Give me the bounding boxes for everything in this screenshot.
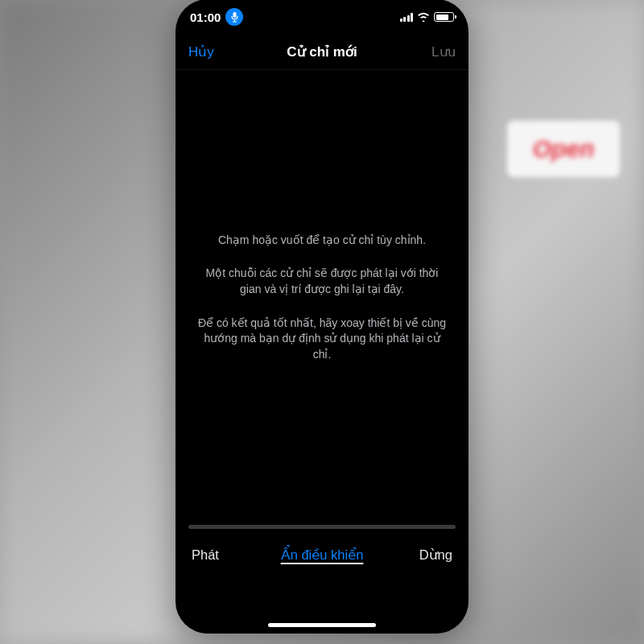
play-button[interactable]: Phát bbox=[192, 547, 236, 563]
status-time: 01:00 bbox=[190, 10, 221, 24]
stop-button[interactable]: Dừng bbox=[408, 547, 452, 563]
hint-text-2: Một chuỗi các cử chỉ sẽ được phát lại vớ… bbox=[195, 266, 449, 297]
page-title: Cử chỉ mới bbox=[287, 43, 357, 60]
save-button[interactable]: Lưu bbox=[415, 43, 456, 60]
battery-icon bbox=[434, 12, 454, 22]
status-bar: 01:00 bbox=[175, 0, 469, 35]
status-right bbox=[400, 12, 455, 22]
toolbar: Phát Ẩn điều khiển Dừng bbox=[175, 535, 469, 574]
phone-frame: 01:00 H bbox=[175, 0, 469, 634]
wifi-icon bbox=[417, 12, 430, 22]
navigation-bar: Hủy Cử chỉ mới Lưu bbox=[175, 35, 469, 70]
mic-recording-icon bbox=[225, 8, 243, 26]
cancel-button[interactable]: Hủy bbox=[188, 43, 229, 60]
hide-controls-button[interactable]: Ẩn điều khiển bbox=[281, 547, 364, 563]
status-left: 01:00 bbox=[190, 8, 243, 26]
home-indicator[interactable] bbox=[268, 623, 376, 627]
hint-text-1: Chạm hoặc vuốt để tạo cử chỉ tùy chỉnh. bbox=[218, 233, 426, 249]
cellular-signal-icon bbox=[400, 13, 414, 22]
background-sign: Open bbox=[507, 121, 620, 177]
gesture-canvas[interactable]: Chạm hoặc vuốt để tạo cử chỉ tùy chỉnh. … bbox=[175, 70, 469, 525]
hint-text-3: Để có kết quả tốt nhất, hãy xoay thiết b… bbox=[195, 316, 449, 363]
svg-rect-1 bbox=[234, 19, 235, 22]
svg-rect-2 bbox=[233, 21, 237, 22]
playback-progress[interactable] bbox=[188, 525, 456, 529]
svg-rect-0 bbox=[233, 12, 236, 18]
